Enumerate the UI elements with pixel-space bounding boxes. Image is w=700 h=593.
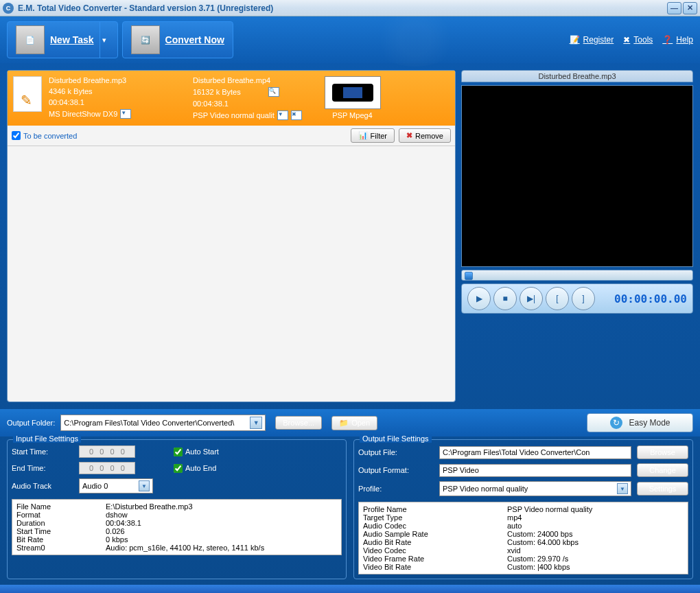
input-info-box: File NameE:\Disturbed Breathe.mp3Formatd… <box>12 499 342 555</box>
register-link[interactable]: 📝 Register <box>570 35 614 45</box>
dest-profile-dropdown[interactable]: ▼ <box>277 111 288 120</box>
player-controls: ▶ ■ ▶| [ ] 00:00:00.00 <box>461 283 693 314</box>
dest-profile-settings-icon[interactable]: ✖ <box>291 111 302 120</box>
browse-folder-button[interactable]: Browse... <box>275 416 322 430</box>
output-browse-button[interactable]: Browse <box>637 445 688 459</box>
output-settings-fieldset: Output File Settings Output File: C:\Pro… <box>353 439 693 579</box>
start-time-input[interactable] <box>79 445 135 458</box>
filter-row: To be converted 📊Filter ✖Remove <box>8 126 455 146</box>
bracket-close-button[interactable]: ] <box>572 287 595 310</box>
film-reel-decoration <box>371 13 460 67</box>
new-task-dropdown[interactable]: ▾ <box>100 22 109 58</box>
end-time-input[interactable] <box>79 462 135 474</box>
profile-label: Profile: <box>358 485 434 493</box>
profile-select[interactable]: PSP Video normal quality▼ <box>439 481 631 496</box>
to-be-converted-checkbox[interactable]: To be converted <box>12 131 77 140</box>
input-legend: Input File Setttings <box>13 434 81 443</box>
source-filename: Disturbed Breathe.mp3 <box>49 76 186 84</box>
stop-button[interactable]: ■ <box>493 287 517 310</box>
new-task-button[interactable]: 📄 New Task ▾ <box>7 21 118 58</box>
register-icon: 📝 <box>570 35 580 45</box>
tools-icon: ✖ <box>623 35 630 45</box>
audio-track-label: Audio Track <box>12 482 73 490</box>
chevron-down-icon[interactable]: ▼ <box>139 480 150 491</box>
convert-now-icon: 🔄 <box>131 25 160 54</box>
change-format-button[interactable]: Change <box>637 463 688 477</box>
source-duration: 00:04:38.1 <box>49 98 186 106</box>
input-settings-fieldset: Input File Setttings Start Time: Auto St… <box>7 439 347 579</box>
dest-zoom-icon[interactable]: 🔍 <box>268 87 279 97</box>
task-list-pane: Disturbed Breathe.mp3 4346 k Bytes 00:04… <box>7 70 456 402</box>
output-format-label: Output Format: <box>358 466 434 474</box>
chevron-down-icon[interactable]: ▼ <box>617 483 628 494</box>
preview-title: Disturbed Breathe.mp3 <box>461 70 693 82</box>
output-folder-row: Output Folder: C:\Program Files\Total Vi… <box>0 409 700 437</box>
titlebar: C E.M. Total Video Converter - Standard … <box>0 0 700 16</box>
new-task-icon: 📄 <box>16 25 45 54</box>
output-format-field[interactable]: PSP Video <box>439 464 631 477</box>
close-button[interactable]: ✕ <box>683 2 697 14</box>
source-codec: MS DirectShow DX9 <box>49 110 117 118</box>
minimize-button[interactable]: — <box>667 2 681 14</box>
output-folder-label: Output Folder: <box>7 419 55 427</box>
output-folder-combo[interactable]: C:\Program Files\Total Video Converter\C… <box>60 415 266 431</box>
help-icon: ❓ <box>662 35 673 45</box>
main-toolbar: 📄 New Task ▾ 🔄 Convert Now 📝 Register ✖ … <box>0 16 700 63</box>
playback-slider[interactable] <box>461 270 693 281</box>
filter-button[interactable]: 📊Filter <box>351 128 395 143</box>
remove-icon: ✖ <box>406 131 412 140</box>
start-time-label: Start Time: <box>12 447 73 456</box>
output-info-box: Profile NamePSP Video normal qualityTarg… <box>358 502 688 574</box>
next-button[interactable]: ▶| <box>520 287 543 310</box>
filter-icon: 📊 <box>358 131 368 140</box>
auto-end-checkbox[interactable]: Auto End <box>174 464 235 473</box>
source-size: 4346 k Bytes <box>49 87 186 95</box>
output-file-label: Output File: <box>358 448 434 456</box>
source-codec-dropdown[interactable]: ▼ <box>120 109 131 119</box>
refresh-icon: ↻ <box>610 417 622 429</box>
open-folder-button[interactable]: 📁Open <box>331 416 377 430</box>
device-image <box>325 76 381 109</box>
new-task-label: New Task <box>50 34 94 45</box>
output-legend: Output File Settings <box>360 434 432 443</box>
dest-duration: 00:04:38.1 <box>193 100 316 108</box>
window-title: E.M. Total Video Converter - Standard ve… <box>18 3 667 13</box>
device-name: PSP Mpeg4 <box>332 111 373 119</box>
easy-mode-button[interactable]: ↻Easy Mode <box>587 413 693 432</box>
audio-track-select[interactable]: Audio 0▼ <box>79 478 153 493</box>
dest-profile: PSP Video normal qualit <box>193 111 275 119</box>
remove-button[interactable]: ✖Remove <box>399 128 451 143</box>
dest-size: 16132 k Bytes <box>193 88 241 96</box>
file-icon <box>13 76 42 112</box>
os-taskbar <box>0 585 700 593</box>
help-link[interactable]: ❓ Help <box>662 35 693 45</box>
convert-now-label: Convert Now <box>165 34 224 45</box>
end-time-label: End Time: <box>12 464 73 472</box>
folder-icon: 📁 <box>339 419 349 428</box>
tools-link[interactable]: ✖ Tools <box>623 35 653 45</box>
bracket-open-button[interactable]: [ <box>546 287 569 310</box>
auto-start-checkbox[interactable]: Auto Start <box>174 447 235 456</box>
timecode: 00:00:00.00 <box>614 292 687 305</box>
dest-filename: Disturbed Breathe.mp4 <box>193 76 316 84</box>
video-preview[interactable] <box>461 85 693 267</box>
chevron-down-icon[interactable]: ▼ <box>250 417 262 429</box>
profile-settings-button[interactable]: Settings <box>637 482 688 496</box>
convert-now-button[interactable]: 🔄 Convert Now <box>122 21 233 58</box>
task-row[interactable]: Disturbed Breathe.mp3 4346 k Bytes 00:04… <box>8 71 455 126</box>
play-button[interactable]: ▶ <box>467 287 491 310</box>
app-icon: C <box>3 3 14 14</box>
output-file-field[interactable]: C:\Program Files\Total Video Converter\C… <box>439 446 631 459</box>
